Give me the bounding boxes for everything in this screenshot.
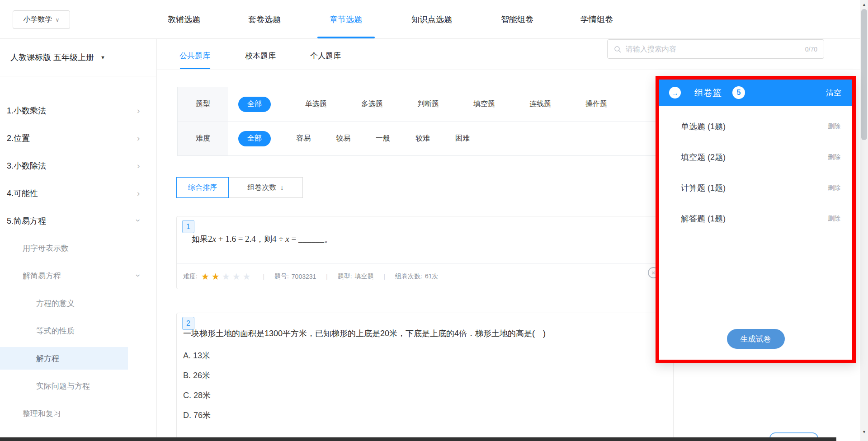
bottom-edge-bar: [0, 437, 836, 441]
difficulty-option-hard[interactable]: 困难: [455, 134, 470, 143]
sort-desc-arrow-icon: ↓: [280, 183, 284, 192]
question-1-text: 如果2x + 1.6 = 2.4，则4 ÷ x = ______。: [192, 234, 332, 244]
filter-label-difficulty: 难度: [178, 122, 228, 155]
option-c: C. 28米: [183, 385, 211, 405]
top-header: 小学数学 ∨ 教辅选题 套卷选题 章节选题 知识点选题 智能组卷 学情组卷: [0, 0, 868, 39]
nav-tab-textbook-selection[interactable]: 教辅选题: [168, 12, 200, 27]
tab-public-bank[interactable]: 公共题库: [179, 51, 210, 61]
question-card-2: 2 一块梯形土地的面积是1300平方米，已知梯形的上底是20米，下底是上底的4倍…: [176, 313, 674, 441]
question-type-value: 填空题: [355, 272, 374, 281]
tabs-divider: [157, 70, 868, 70]
question-1-meta: 难度: ★★★★★ | 题号: 7003231 | 题型: 填空题 | 组卷次数…: [177, 263, 673, 289]
nav-tab-smart-compose[interactable]: 智能组卷: [501, 12, 533, 27]
filter-option-multi-choice[interactable]: 多选题: [361, 99, 383, 109]
basket-header: → 组卷篮 5 清空: [659, 80, 852, 106]
nav-tab-knowledge-point-selection[interactable]: 知识点选题: [411, 12, 452, 27]
difficulty-label: 难度:: [183, 272, 198, 281]
filter-row-question-type: 题型 全部 单选题 多选题 判断题 填空题 连线题 操作题: [178, 87, 679, 121]
collapse-arrow-icon[interactable]: →: [669, 87, 681, 99]
chevron-down-icon: ∨: [56, 17, 60, 23]
nav-tab-chapter-selection[interactable]: 章节选题: [330, 12, 362, 27]
filter-option-single-choice[interactable]: 单选题: [305, 99, 327, 109]
meta-separator: |: [263, 273, 264, 280]
delete-button[interactable]: 删除: [828, 184, 840, 192]
difficulty-option-all[interactable]: 全部: [238, 131, 271, 146]
textbook-selector-label: 人教课标版 五年级上册: [10, 52, 94, 63]
filter-option-all[interactable]: 全部: [238, 97, 271, 112]
option-b: B. 26米: [183, 366, 211, 385]
sidebar-item-solving-equation-selected[interactable]: 解方程: [0, 345, 157, 372]
filter-row-difficulty: 难度 全部 容易 较易 一般 较难 困难: [178, 121, 679, 155]
difficulty-option-easier[interactable]: 较易: [336, 134, 350, 143]
question-card-1: 1 如果2x + 1.6 = 2.4，则4 ÷ x = ______。 难度: …: [176, 216, 674, 289]
sidebar-item-chapter-5[interactable]: 5.简易方程 ›: [0, 207, 157, 235]
question-type-label: 题型:: [338, 272, 352, 281]
scroll-up-icon[interactable]: ▲: [860, 1, 868, 8]
sidebar-item-chapter-1[interactable]: 1.小数乘法 ›: [0, 97, 157, 124]
clear-basket-button[interactable]: 清空: [826, 88, 841, 98]
filter-options-difficulty: 全部 容易 较易 一般 较难 困难: [228, 122, 679, 155]
sidebar-item-letters-for-numbers[interactable]: 用字母表示数: [0, 235, 157, 262]
basket-item-list: 单选题 (1题) 删除 填空题 (2题) 删除 计算题 (1题) 删除 解答题 …: [659, 106, 852, 234]
chapter-sidebar: 人教课标版 五年级上册 ▼ 1.小数乘法 › 2.位置 › 3.小数除法 › 4…: [0, 39, 157, 441]
filter-option-matching[interactable]: 连线题: [529, 99, 551, 109]
difficulty-stars: ★★★★★: [201, 272, 253, 281]
difficulty-option-easy[interactable]: 容易: [296, 134, 311, 143]
basket-item-calculation: 计算题 (1题) 删除: [659, 173, 852, 203]
chevron-right-icon: ›: [137, 161, 140, 171]
subject-selector[interactable]: 小学数学 ∨: [13, 10, 70, 29]
generate-paper-button[interactable]: 生成试卷: [727, 329, 785, 349]
sidebar-item-practical-problems[interactable]: 实际问题与方程: [0, 372, 157, 400]
chevron-right-icon: ›: [137, 133, 140, 143]
delete-button[interactable]: 删除: [828, 215, 840, 223]
basket-item-answer: 解答题 (1题) 删除: [659, 203, 852, 234]
basket-item-fill-blank: 填空题 (2题) 删除: [659, 142, 852, 173]
caret-down-icon: ▼: [100, 55, 105, 60]
meta-separator: |: [384, 273, 385, 280]
chevron-right-icon: ›: [137, 188, 140, 198]
filter-option-fill-blank[interactable]: 填空题: [473, 99, 495, 109]
selected-item-highlight: [0, 347, 128, 370]
sidebar-item-chapter-4[interactable]: 4.可能性 ›: [0, 179, 157, 207]
chapter-list: 1.小数乘法 › 2.位置 › 3.小数除法 › 4.可能性 › 5.简易方程 …: [0, 97, 157, 427]
option-d: D. 76米: [183, 405, 211, 425]
scroll-down-icon[interactable]: ▼: [860, 428, 868, 436]
difficulty-option-harder[interactable]: 较难: [415, 134, 430, 143]
sidebar-item-review[interactable]: 整理和复习: [0, 400, 157, 427]
search-char-counter: 0/70: [805, 46, 817, 53]
subject-selector-label: 小学数学: [24, 15, 52, 24]
difficulty-option-medium[interactable]: 一般: [376, 134, 390, 143]
meta-separator: |: [326, 273, 327, 280]
compose-count-label: 组卷次数:: [395, 272, 422, 281]
nav-tab-learning-compose[interactable]: 学情组卷: [580, 12, 613, 27]
compose-count-value: 61次: [425, 272, 439, 281]
filter-option-judgement[interactable]: 判断题: [417, 99, 439, 109]
delete-button[interactable]: 删除: [828, 153, 840, 161]
scrollbar-thumb[interactable]: [861, 9, 867, 140]
sort-by-compose-count-button[interactable]: 组卷次数 ↓: [229, 177, 303, 198]
filter-panel: 题型 全部 单选题 多选题 判断题 填空题 连线题 操作题 难度 全部 容易 较…: [177, 87, 679, 156]
nav-tab-paper-set-selection[interactable]: 套卷选题: [248, 12, 281, 27]
sidebar-item-solve-simple-equations[interactable]: 解简易方程 ›: [0, 262, 157, 290]
filter-option-operation[interactable]: 操作题: [585, 99, 607, 109]
sort-comprehensive-button[interactable]: 综合排序: [176, 177, 229, 198]
search-input[interactable]: [626, 45, 805, 53]
sidebar-item-properties-of-equality[interactable]: 等式的性质: [0, 317, 157, 345]
chevron-down-icon: ›: [133, 274, 143, 277]
tab-school-bank[interactable]: 校本题库: [245, 51, 276, 61]
sidebar-item-chapter-2[interactable]: 2.位置 ›: [0, 124, 157, 152]
question-2-text: 一块梯形土地的面积是1300平方米，已知梯形的上底是20米，下底是上底的4倍．梯…: [183, 327, 546, 340]
page-scrollbar: ▲ ▼: [860, 0, 868, 441]
textbook-selector[interactable]: 人教课标版 五年级上册 ▼: [0, 39, 157, 76]
question-id-value: 7003231: [292, 273, 316, 280]
basket-count-badge: 5: [732, 86, 745, 99]
delete-button[interactable]: 删除: [828, 122, 840, 131]
search-icon: [614, 46, 621, 53]
sidebar-item-chapter-3[interactable]: 3.小数除法 ›: [0, 152, 157, 179]
option-a: A. 13米: [183, 346, 211, 366]
filter-options-type: 全部 单选题 多选题 判断题 填空题 连线题 操作题: [228, 87, 679, 121]
tab-personal-bank[interactable]: 个人题库: [310, 51, 341, 61]
sidebar-item-meaning-of-equation[interactable]: 方程的意义: [0, 290, 157, 317]
question-id-label: 题号:: [274, 272, 289, 281]
chevron-right-icon: ›: [137, 106, 140, 116]
